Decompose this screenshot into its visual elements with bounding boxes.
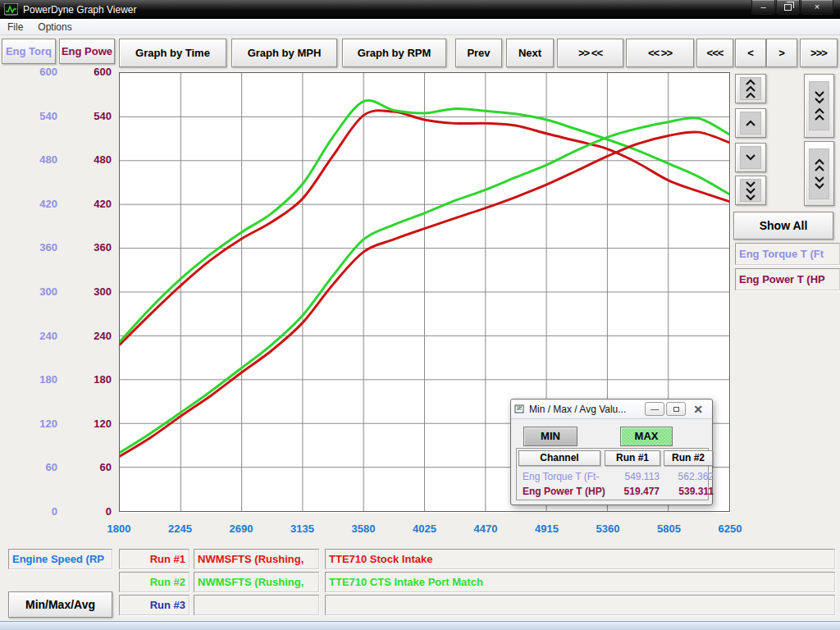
rpm-x-tick: 4470 <box>459 523 512 535</box>
torque-channel-name: Eng Torque T (Ft- <box>523 471 599 482</box>
power-y-tick: 480 <box>62 153 112 166</box>
scroll-right-fast-button[interactable]: >>> <box>800 39 838 67</box>
column-header-run2[interactable]: Run #2 <box>664 450 713 466</box>
run2-label: Run #2 <box>119 572 189 592</box>
restore-icon <box>784 4 792 11</box>
torque-y-axis: 600540480420360300240180120600 <box>8 72 57 512</box>
power-y-axis: 600540480420360300240180120600 <box>62 72 112 512</box>
prev-button[interactable]: Prev <box>455 39 502 67</box>
torque-y-tick: 60 <box>8 461 57 473</box>
minimize-button[interactable]: – <box>751 0 775 15</box>
x-channel-label: Engine Speed (RP <box>8 549 112 569</box>
column-header-run1[interactable]: Run #1 <box>605 450 660 466</box>
graph-by-mph-button[interactable]: Graph by MPH <box>231 39 337 67</box>
graph-by-rpm-button[interactable]: Graph by RPM <box>342 39 446 67</box>
torque-y-tick: 180 <box>8 373 57 386</box>
rpm-x-tick: 5805 <box>643 523 696 535</box>
show-all-button[interactable]: Show All <box>733 212 833 240</box>
window-title: PowerDyne Graph Viewer <box>23 4 137 16</box>
client-area: Eng Torq Eng Powe Graph by Time Graph by… <box>0 35 840 621</box>
power-legend-label: Eng Power T (HP <box>735 268 840 290</box>
minmax-dialog-titlebar[interactable]: Min / Max / Avg Valu... — ✕ <box>511 399 712 419</box>
scroll-left-fast-button[interactable]: <<< <box>696 39 733 67</box>
torque-run1-max: 549.113 <box>600 471 660 482</box>
power-channel-button[interactable]: Eng Powe <box>59 39 115 64</box>
run3-label: Run #3 <box>119 595 189 615</box>
torque-legend-label: Eng Torque T (Ft <box>735 243 840 265</box>
graph-by-time-button[interactable]: Graph by Time <box>119 39 226 67</box>
run1-label: Run #1 <box>119 549 189 569</box>
dialog-minimize-button[interactable]: — <box>645 402 664 416</box>
power-y-tick: 0 <box>62 505 112 518</box>
rpm-x-tick: 6250 <box>704 523 756 535</box>
power-y-tick: 600 <box>62 66 112 78</box>
run1-description[interactable]: TTE710 Stock Intake <box>325 549 835 569</box>
scale-down-fast-button[interactable] <box>735 176 766 205</box>
power-y-tick: 300 <box>62 285 112 298</box>
chevron-down-icon <box>745 153 756 162</box>
run3-description[interactable] <box>325 595 835 615</box>
rpm-x-tick: 4915 <box>521 523 573 535</box>
dialog-close-button[interactable]: ✕ <box>687 402 709 416</box>
menu-options[interactable]: Options <box>30 20 79 34</box>
dialog-restore-button[interactable] <box>666 402 686 416</box>
minmaxavg-button[interactable]: Min/Max/Avg <box>8 591 112 618</box>
minmax-dialog-title: Min / Max / Avg Valu... <box>529 404 643 415</box>
torque-y-tick: 120 <box>8 418 57 430</box>
window-bottom-border <box>0 621 840 630</box>
min-toggle-button[interactable]: MIN <box>523 427 578 446</box>
dialog-icon <box>514 404 525 413</box>
power-y-tick: 60 <box>62 461 112 473</box>
minmax-table: Channel Run #1 Run #2 Eng Torque T (Ft- … <box>516 448 709 500</box>
chevron-up-icon <box>745 118 756 128</box>
torque-y-tick: 360 <box>8 241 57 253</box>
table-row-torque: Eng Torque T (Ft- 549.113 562.362 <box>518 471 708 484</box>
triple-chevron-down-icon <box>745 180 756 201</box>
compress-y-scale-button[interactable] <box>804 74 834 138</box>
rpm-x-tick: 1800 <box>93 523 145 535</box>
torque-channel-button[interactable]: Eng Torq <box>2 39 56 64</box>
scale-down-button[interactable] <box>735 143 766 172</box>
rpm-x-tick: 4025 <box>399 523 451 535</box>
torque-y-tick: 480 <box>8 153 57 166</box>
torque-y-tick: 240 <box>8 330 57 342</box>
rpm-x-tick: 3135 <box>276 523 329 535</box>
menu-bar: File Options <box>0 19 840 35</box>
rpm-x-tick: 3580 <box>337 523 390 535</box>
zoom-in-x-button[interactable]: >> << <box>557 39 623 67</box>
rpm-x-axis: 1800224526903135358040254470491553605805… <box>119 523 730 537</box>
power-run2-max: 539.311 <box>663 486 714 497</box>
torque-y-tick: 0 <box>8 505 57 518</box>
power-y-tick: 360 <box>62 241 112 253</box>
power-y-tick: 120 <box>62 418 112 430</box>
scale-up-button[interactable] <box>735 108 766 138</box>
compress-vertical-icon <box>814 90 825 121</box>
scroll-left-button[interactable]: < <box>735 39 766 67</box>
power-y-tick: 540 <box>62 110 112 122</box>
rpm-x-tick: 2690 <box>215 523 267 535</box>
rpm-x-tick: 2245 <box>154 523 207 535</box>
minmax-dialog[interactable]: Min / Max / Avg Valu... — ✕ MIN MAX Chan… <box>510 399 713 505</box>
close-button[interactable]: × <box>801 0 833 15</box>
torque-y-tick: 600 <box>8 66 57 78</box>
power-y-tick: 180 <box>62 373 112 386</box>
run2-description[interactable]: TTE710 CTS Intake Port Match <box>325 572 835 592</box>
column-header-channel[interactable]: Channel <box>518 450 600 466</box>
menu-file[interactable]: File <box>0 20 30 34</box>
zoom-out-x-button[interactable]: << >> <box>626 39 694 67</box>
scale-up-fast-button[interactable] <box>735 74 766 103</box>
power-y-tick: 420 <box>62 198 112 210</box>
expand-y-scale-button[interactable] <box>804 141 834 206</box>
dialog-restore-icon <box>673 407 679 412</box>
torque-y-tick: 420 <box>8 198 57 210</box>
next-button[interactable]: Next <box>506 39 554 67</box>
scroll-right-button[interactable]: > <box>766 39 797 67</box>
restore-button[interactable] <box>776 0 800 15</box>
table-row-power: Eng Power T (HP) 519.477 539.311 <box>518 486 708 499</box>
title-bar: PowerDyne Graph Viewer – × <box>0 0 840 19</box>
torque-run2-max: 562.362 <box>663 471 714 482</box>
run1-file: NWMSFTS (Rushing, <box>194 549 319 569</box>
power-y-tick: 240 <box>62 330 112 342</box>
max-toggle-button[interactable]: MAX <box>620 427 673 446</box>
rpm-x-tick: 5360 <box>582 523 634 535</box>
